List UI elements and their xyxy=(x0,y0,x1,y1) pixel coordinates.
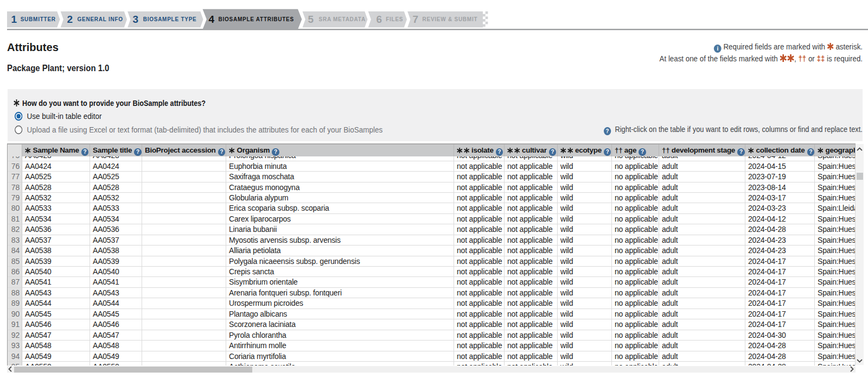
svg-text:SUBMITTER: SUBMITTER xyxy=(21,16,56,22)
svg-text:2: 2 xyxy=(67,14,73,25)
svg-text:REVIEW & SUBMIT: REVIEW & SUBMIT xyxy=(423,16,478,22)
svg-text:SRA METADATA: SRA METADATA xyxy=(319,16,366,22)
svg-text:GENERAL INFO: GENERAL INFO xyxy=(78,16,123,22)
svg-text:6: 6 xyxy=(376,14,382,25)
svg-text:BIOSAMPLE TYPE: BIOSAMPLE TYPE xyxy=(143,16,197,22)
svg-text:3: 3 xyxy=(133,14,139,25)
svg-text:4: 4 xyxy=(209,14,215,25)
svg-text:7: 7 xyxy=(413,14,419,25)
svg-text:5: 5 xyxy=(308,14,314,25)
svg-text:1: 1 xyxy=(11,14,17,25)
svg-text:BIOSAMPLE ATTRIBUTES: BIOSAMPLE ATTRIBUTES xyxy=(219,16,294,22)
svg-text:FILES: FILES xyxy=(386,16,403,22)
